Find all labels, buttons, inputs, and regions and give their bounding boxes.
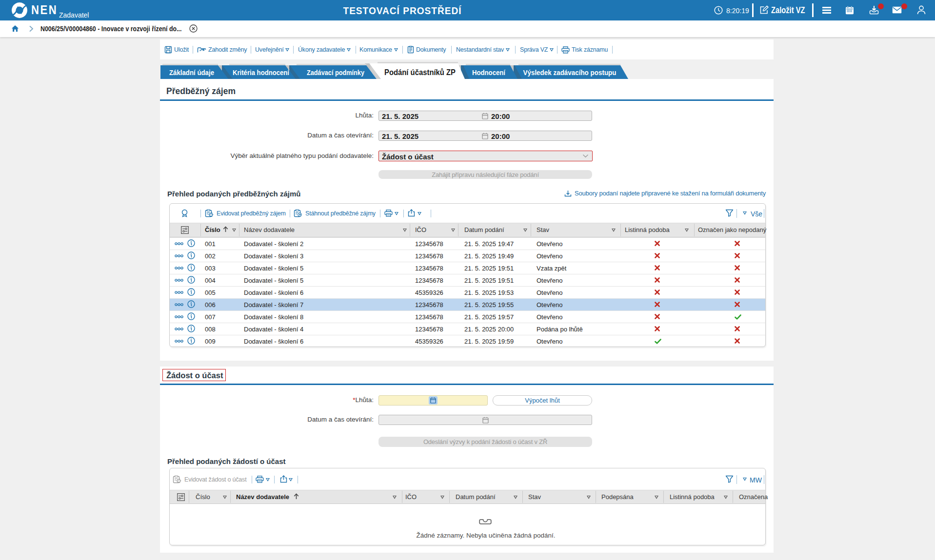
svg-text:Výsledek zadávacího postupu: Výsledek zadávacího postupu bbox=[523, 68, 617, 77]
svg-text:Podání účastníků ZP: Podání účastníků ZP bbox=[384, 68, 456, 77]
svg-text:Zadávací podmínky: Zadávací podmínky bbox=[307, 68, 364, 77]
svg-text:Kritéria hodnocení: Kritéria hodnocení bbox=[233, 68, 290, 77]
svg-text:Hodnocení: Hodnocení bbox=[472, 68, 506, 77]
svg-text:Základní údaje: Základní údaje bbox=[169, 68, 214, 77]
